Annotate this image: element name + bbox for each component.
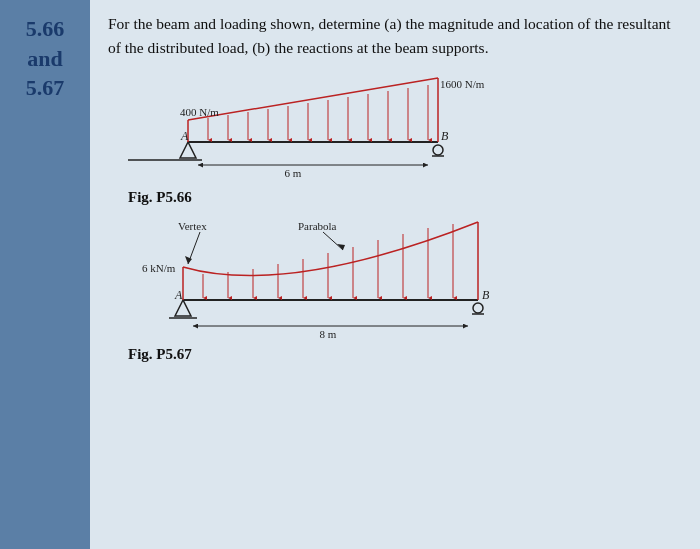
fig1-load-right-label: 1600 N/m — [440, 78, 485, 90]
fig2-point-a: A — [174, 288, 183, 302]
fig2-length-label: 8 m — [320, 328, 337, 340]
fig2-vertex-label: Vertex — [178, 220, 207, 232]
svg-point-3 — [433, 145, 443, 155]
figure-p5-67-block: Vertex Parabola 6 kN/m A B — [128, 212, 682, 365]
svg-point-27 — [473, 303, 483, 313]
number-5-67: 5.67 — [26, 73, 65, 103]
content-area: For the beam and loading shown, determin… — [90, 0, 700, 549]
fig1-length-label: 6 m — [285, 167, 302, 179]
problem-text: For the beam and loading shown, determin… — [108, 12, 682, 60]
figure-p5-66-svg: 400 N/m 1600 N/m A B 6 m — [128, 70, 508, 185]
figures-container: 400 N/m 1600 N/m A B 6 m — [108, 70, 682, 365]
fig2-point-b: B — [482, 288, 490, 302]
figure-p5-67-svg: Vertex Parabola 6 kN/m A B — [128, 212, 548, 342]
svg-marker-25 — [175, 300, 191, 316]
fig1-point-b: B — [441, 129, 449, 143]
svg-line-5 — [188, 78, 438, 120]
fig1-load-left-label: 400 N/m — [180, 106, 219, 118]
fig1-label: Fig. P5.66 — [128, 189, 192, 206]
number-and: and — [26, 44, 65, 74]
fig2-load-label: 6 kN/m — [142, 262, 176, 274]
svg-line-45 — [323, 232, 343, 250]
page: 5.66 and 5.67 For the beam and loading s… — [0, 0, 700, 549]
number-5-66: 5.66 — [26, 14, 65, 44]
problem-number: 5.66 and 5.67 — [26, 14, 65, 103]
fig2-parabola-label: Parabola — [298, 220, 337, 232]
fig2-label: Fig. P5.67 — [128, 346, 192, 363]
svg-marker-46 — [337, 244, 345, 250]
fig1-point-a: A — [180, 129, 189, 143]
left-sidebar: 5.66 and 5.67 — [0, 0, 90, 549]
svg-marker-1 — [180, 142, 196, 158]
figure-p5-66-block: 400 N/m 1600 N/m A B 6 m — [128, 70, 682, 208]
